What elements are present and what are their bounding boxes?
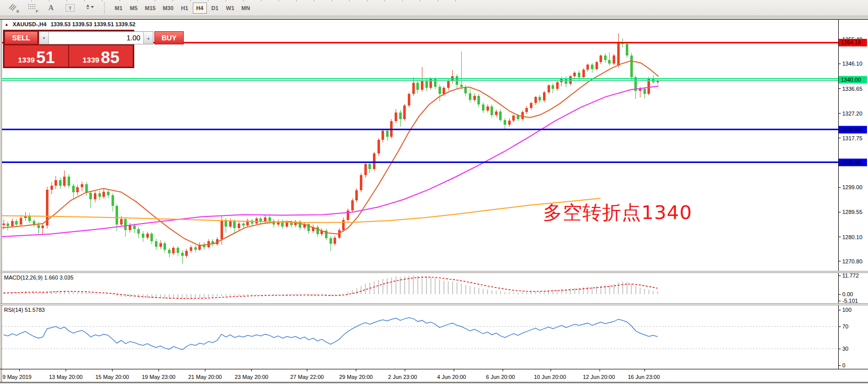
svg-text:1280.10: 1280.10 (842, 234, 862, 240)
rsi-line (4, 317, 658, 350)
symbol-period-label: XAUUSD-,H4 (13, 21, 46, 27)
tf-button-m15[interactable]: M15 (142, 3, 158, 14)
svg-text:4 Jun 20:00: 4 Jun 20:00 (437, 374, 466, 380)
svg-text:1336.65: 1336.65 (842, 86, 862, 92)
svg-text:11.772: 11.772 (842, 272, 859, 279)
svg-text:1308.50: 1308.50 (841, 159, 861, 166)
buy-price-big-figure: 1339 (82, 56, 99, 64)
svg-text:6 Jun 20:00: 6 Jun 20:00 (486, 374, 515, 380)
macd-rsi-splitter[interactable] (0, 303, 868, 305)
buy-button[interactable]: BUY (154, 31, 184, 44)
text-box-icon: T (66, 4, 75, 12)
one-click-trade-panel: SELL ▼ ▲ BUY 1339 51 1339 85 (3, 30, 134, 68)
svg-text:1346.10: 1346.10 (842, 61, 862, 67)
buy-price-display[interactable]: 1339 85 (69, 45, 133, 67)
svg-text:1317.75: 1317.75 (842, 135, 862, 141)
tf-button-h4[interactable]: H4 (193, 3, 207, 14)
svg-text:1327.20: 1327.20 (842, 111, 862, 117)
sort-arrows-icon (84, 4, 94, 13)
axis-layer[interactable]: 1355.401346.101336.651327.201317.751299.… (3, 20, 867, 380)
svg-text:1340.00: 1340.00 (841, 77, 861, 83)
svg-text:21 May 20:00: 21 May 20:00 (188, 374, 222, 380)
macd-panel-layer (4, 276, 658, 299)
svg-text:19 May 23:00: 19 May 23:00 (142, 374, 176, 380)
toolbar-separator[interactable] (104, 3, 107, 14)
svg-text:30: 30 (842, 346, 848, 352)
window-bottom-edge (0, 382, 868, 384)
svg-text:0: 0 (842, 362, 845, 368)
tf-button-m30[interactable]: M30 (159, 3, 176, 14)
chart-title: ▲ XAUUSD-,H4 1339.53 1339.53 1339.51 133… (5, 21, 135, 27)
tf-button-w1[interactable]: W1 (223, 3, 238, 14)
svg-text:0.00: 0.00 (842, 291, 853, 297)
svg-text:1320.98: 1320.98 (841, 127, 861, 133)
grid-icon (28, 3, 36, 13)
volume-input[interactable] (49, 32, 143, 44)
sell-button[interactable]: SELL (5, 31, 38, 44)
volume-stepper: ▼ ▲ (39, 31, 153, 44)
buy-price-pips: 85 (101, 50, 120, 65)
volume-up-button[interactable]: ▲ (143, 32, 153, 44)
toolbar: E F A T M1 M5 M15 (0, 0, 868, 16)
svg-text:1299.00: 1299.00 (842, 184, 862, 190)
tf-button-m5[interactable]: M5 (127, 3, 141, 14)
svg-text:9 May 2019: 9 May 2019 (3, 374, 31, 380)
grid-button[interactable]: F (23, 2, 40, 15)
svg-text:1289.55: 1289.55 (842, 209, 862, 215)
sell-price-pips: 51 (36, 50, 55, 65)
svg-text:29 May 20:00: 29 May 20:00 (339, 374, 373, 380)
tf-button-h1[interactable]: H1 (178, 3, 192, 14)
tf-button-m1[interactable]: M1 (112, 3, 126, 14)
chart-annotation-text: 多空转折点1340 (543, 200, 692, 226)
macd-indicator-label: MACD(12,26,9) 1.660 3.035 (4, 275, 74, 281)
grid-icon-letter: F (36, 9, 38, 14)
sell-price-big-figure: 1339 (18, 56, 34, 64)
indicators-icon-letter: E (17, 9, 19, 14)
rsi-indicator-label: RSI(14) 51.5783 (4, 307, 45, 313)
rsi-panel-layer (2, 317, 838, 350)
window-left-edge (0, 20, 2, 382)
svg-text:2 Jun 23:00: 2 Jun 23:00 (388, 374, 417, 380)
svg-text:23 May 20:00: 23 May 20:00 (235, 374, 268, 380)
svg-text:100: 100 (842, 307, 851, 313)
svg-text:1270.80: 1270.80 (842, 258, 862, 264)
tf-button-d1[interactable]: D1 (208, 3, 222, 14)
svg-text:12 Jun 20:00: 12 Jun 20:00 (583, 374, 615, 380)
svg-text:70: 70 (842, 323, 848, 330)
text-label-button[interactable]: A (42, 2, 60, 15)
svg-text:27 May 22:00: 27 May 22:00 (290, 374, 324, 380)
collapse-triangle-icon[interactable]: ▲ (5, 22, 9, 27)
main-macd-splitter[interactable] (0, 271, 868, 273)
tf-button-mn[interactable]: MN (238, 3, 253, 14)
arrange-button[interactable] (81, 2, 98, 15)
svg-text:16 Jun 23:00: 16 Jun 23:00 (628, 374, 660, 380)
text-label-icon: A (48, 4, 53, 12)
ma-slow (2, 198, 601, 223)
volume-down-button[interactable]: ▼ (39, 32, 49, 44)
indicators-button[interactable]: E (4, 2, 21, 15)
indicators-icon (8, 3, 17, 13)
svg-text:15 May 20:00: 15 May 20:00 (95, 374, 129, 380)
text-box-button[interactable]: T (62, 2, 79, 15)
svg-text:13 May 20:00: 13 May 20:00 (49, 374, 83, 380)
rsi-bottom-border (0, 369, 868, 369)
sell-price-display[interactable]: 1339 51 (5, 45, 68, 67)
ohlc-values: 1339.53 1339.53 1339.51 1339.52 (50, 21, 135, 27)
svg-text:1354.16: 1354.16 (841, 39, 861, 45)
svg-text:10 Jun 20:00: 10 Jun 20:00 (534, 374, 566, 380)
